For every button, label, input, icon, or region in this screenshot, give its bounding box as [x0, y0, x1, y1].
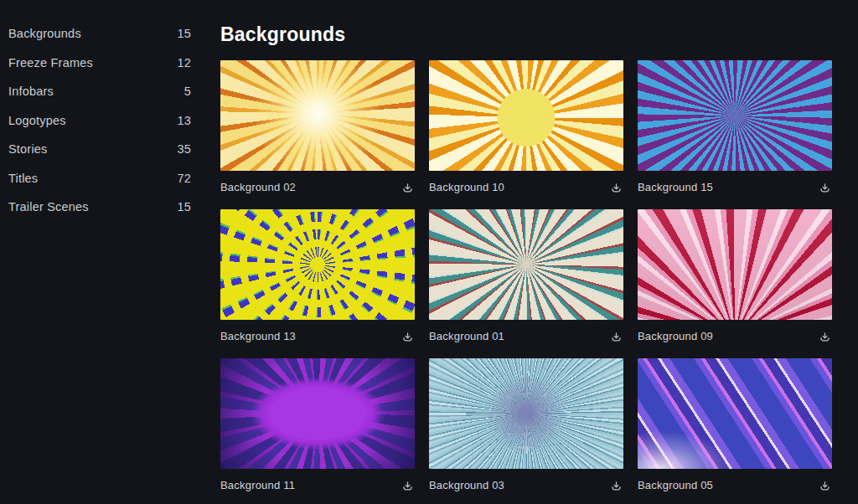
- card-caption: Background 05: [638, 469, 832, 504]
- sidebar-item-label: Trailer Scenes: [8, 200, 89, 213]
- card-caption: Background 09: [638, 320, 832, 358]
- background-card: Background 11: [220, 358, 415, 504]
- sidebar-item-count: 72: [177, 172, 191, 185]
- thumbnail-bg09[interactable]: [638, 209, 832, 320]
- sidebar-item-logotypes[interactable]: Logotypes13: [8, 106, 191, 136]
- sidebar-item-backgrounds[interactable]: Backgrounds15: [8, 19, 191, 49]
- download-button[interactable]: [608, 329, 623, 344]
- sidebar-item-count: 13: [177, 114, 191, 127]
- card-label: Background 03: [429, 478, 504, 493]
- category-sidebar: Backgrounds15Freeze Frames12Infobars5Log…: [0, 0, 209, 504]
- sidebar-item-titles[interactable]: Titles72: [8, 164, 191, 193]
- download-icon: [610, 182, 623, 194]
- card-label: Background 15: [638, 180, 713, 195]
- page-title: Backgrounds: [220, 22, 832, 47]
- card-label: Background 13: [220, 329, 296, 344]
- background-card: Background 03: [429, 358, 623, 504]
- card-label: Background 01: [429, 329, 504, 344]
- card-caption: Background 11: [220, 469, 415, 504]
- background-card: Background 05: [638, 358, 832, 504]
- card-label: Background 10: [429, 180, 504, 195]
- download-icon: [401, 182, 414, 194]
- sidebar-item-count: 12: [177, 56, 191, 69]
- thumbnail-bg15[interactable]: [638, 60, 832, 171]
- sidebar-item-trailer-scenes[interactable]: Trailer Scenes15: [8, 193, 191, 222]
- download-icon: [819, 480, 831, 492]
- sidebar-item-stories[interactable]: Stories35: [8, 135, 191, 164]
- thumbnail-bg13[interactable]: [220, 209, 415, 320]
- download-button[interactable]: [400, 478, 415, 493]
- card-label: Background 02: [220, 180, 296, 195]
- sidebar-item-label: Infobars: [8, 85, 54, 98]
- category-list: Backgrounds15Freeze Frames12Infobars5Log…: [8, 19, 191, 222]
- thumbnail-bg11[interactable]: [220, 358, 415, 469]
- sidebar-item-freeze-frames[interactable]: Freeze Frames12: [8, 49, 191, 78]
- card-caption: Background 15: [638, 171, 832, 209]
- sidebar-item-count: 5: [184, 85, 191, 98]
- download-icon: [610, 331, 623, 343]
- sidebar-item-infobars[interactable]: Infobars5: [8, 77, 191, 106]
- card-caption: Background 10: [429, 171, 623, 209]
- background-card: Background 10: [429, 60, 623, 209]
- card-label: Background 11: [220, 478, 295, 493]
- download-button[interactable]: [400, 329, 415, 344]
- thumbnail-bg10[interactable]: [429, 60, 623, 171]
- card-caption: Background 13: [220, 320, 415, 358]
- download-button[interactable]: [400, 180, 415, 195]
- download-button[interactable]: [817, 478, 832, 493]
- card-label: Background 09: [638, 329, 713, 344]
- download-button[interactable]: [608, 478, 623, 493]
- app-root: Backgrounds15Freeze Frames12Infobars5Log…: [0, 0, 858, 504]
- background-card: Background 13: [220, 209, 415, 358]
- card-caption: Background 03: [429, 469, 623, 504]
- download-icon: [401, 331, 414, 343]
- sidebar-item-label: Titles: [8, 172, 38, 185]
- sidebar-item-label: Stories: [8, 142, 48, 156]
- sidebar-item-label: Freeze Frames: [8, 56, 93, 69]
- background-card: Background 15: [638, 60, 832, 209]
- sidebar-item-count: 35: [177, 142, 191, 156]
- thumbnail-bg03[interactable]: [429, 358, 623, 469]
- download-icon: [819, 182, 831, 194]
- sidebar-item-label: Logotypes: [8, 114, 66, 127]
- thumbnail-bg02[interactable]: [220, 60, 415, 171]
- card-caption: Background 02: [220, 171, 415, 209]
- download-button[interactable]: [608, 180, 623, 195]
- backgrounds-grid: Background 02Background 10Background 15B…: [220, 60, 832, 504]
- thumbnail-bg01[interactable]: [429, 209, 623, 320]
- download-button[interactable]: [817, 329, 832, 344]
- sidebar-item-label: Backgrounds: [8, 27, 81, 40]
- card-label: Background 05: [638, 478, 713, 493]
- sidebar-item-count: 15: [177, 27, 191, 40]
- download-button[interactable]: [817, 180, 832, 195]
- background-card: Background 09: [638, 209, 832, 358]
- download-icon: [819, 331, 831, 343]
- main-content: Backgrounds Background 02Background 10Ba…: [209, 0, 858, 504]
- background-card: Background 02: [220, 60, 415, 209]
- sidebar-item-count: 15: [177, 200, 191, 213]
- background-card: Background 01: [429, 209, 623, 358]
- download-icon: [401, 480, 414, 492]
- thumbnail-bg05[interactable]: [638, 358, 832, 469]
- download-icon: [610, 480, 623, 492]
- card-caption: Background 01: [429, 320, 623, 358]
